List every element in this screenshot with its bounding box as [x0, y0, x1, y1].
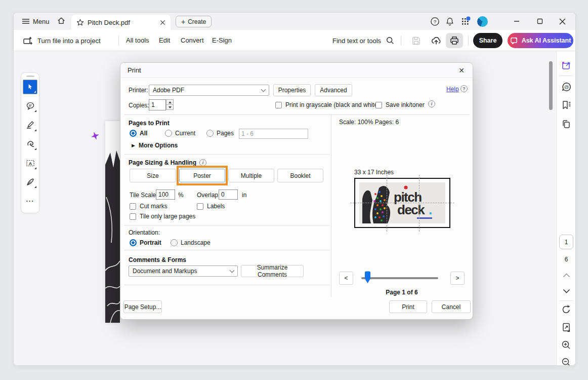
info-icon[interactable]: i [428, 100, 435, 107]
properties-button[interactable]: Properties [273, 84, 311, 96]
upload-cloud-button[interactable] [428, 33, 445, 48]
comment-tool[interactable] [23, 99, 37, 113]
save-icon [411, 36, 421, 46]
printer-select[interactable]: Adobe PDF [149, 85, 269, 96]
grayscale-checkbox-row[interactable]: Print in grayscale (black and white) [275, 101, 380, 108]
tile-scale-input[interactable] [156, 189, 175, 200]
project-icon [23, 35, 33, 46]
nav-convert[interactable]: Convert [181, 36, 204, 44]
radio-current[interactable]: Current [165, 130, 195, 137]
maximize-button[interactable] [530, 13, 550, 30]
copies-input[interactable] [149, 99, 166, 110]
document-tab[interactable]: Pitch Deck.pdf [71, 15, 171, 30]
home-button[interactable] [57, 16, 66, 25]
radio-pages[interactable]: Pages [206, 130, 234, 137]
create-button[interactable]: + Create [176, 16, 212, 27]
add-text-tool[interactable]: A [23, 156, 37, 170]
save-ink-checkbox-row[interactable]: Save ink/toner [375, 101, 425, 108]
zoom-out-button[interactable] [560, 356, 572, 366]
create-label: Create [188, 18, 206, 25]
current-page-input[interactable]: 1 [559, 235, 573, 249]
stepper-down-button[interactable] [166, 104, 174, 110]
copies-stepper[interactable] [166, 99, 174, 110]
cut-marks-checkbox-row[interactable]: Cut marks [130, 203, 167, 210]
comments-forms-select[interactable]: Document and Markups [129, 265, 238, 277]
more-options-toggle[interactable]: ▶ More Options [132, 142, 178, 149]
tile-only-checkbox-row[interactable]: Tile only large pages [130, 213, 195, 220]
cancel-button[interactable]: Cancel [432, 300, 471, 313]
project-button[interactable]: Turn file into a project [23, 33, 101, 48]
preview-prev-button[interactable]: < [339, 272, 353, 285]
ai-assistant-button[interactable]: Ask AI Assistant [508, 33, 573, 48]
help-circle-icon[interactable]: ? [460, 85, 468, 92]
radio-all-control[interactable] [130, 130, 137, 137]
multiple-mode-button[interactable]: Multiple [228, 169, 274, 182]
highlight-tool[interactable] [23, 118, 37, 132]
save-ink-label: Save ink/toner [386, 101, 425, 108]
radio-landscape-control[interactable] [171, 239, 178, 246]
comment-bubble-icon [26, 101, 35, 110]
bookmarks-panel-button[interactable] [560, 99, 572, 111]
account-avatar[interactable] [472, 13, 492, 30]
menu-label: Menu [33, 18, 50, 25]
rail-drag-handle[interactable] [26, 75, 34, 77]
project-panel-button[interactable] [560, 59, 572, 71]
size-mode-button[interactable]: Size [130, 169, 176, 182]
radio-pages-control[interactable] [206, 130, 214, 137]
dialog-close-button[interactable]: ✕ [455, 65, 468, 76]
section-divider [124, 285, 330, 285]
comments-panel-button[interactable]: @ [560, 81, 572, 93]
tile-only-checkbox[interactable] [130, 213, 136, 220]
radio-current-control[interactable] [165, 130, 172, 137]
highlighter-icon [26, 120, 35, 129]
save-button[interactable] [407, 33, 425, 48]
close-window-button[interactable] [552, 13, 572, 30]
paper-size-label: 33 x 17 Inches [354, 169, 394, 176]
grayscale-checkbox[interactable] [275, 102, 282, 108]
summarize-comments-button[interactable]: Summarize Comments [241, 265, 304, 277]
info-icon[interactable]: i [199, 159, 206, 166]
quick-tools-rail: A ··· [21, 72, 39, 213]
print-button[interactable] [446, 33, 463, 48]
page-range-input[interactable] [239, 129, 308, 139]
zoom-in-button[interactable] [560, 339, 572, 351]
sign-tool[interactable] [23, 175, 37, 189]
draw-tool[interactable] [23, 137, 37, 151]
fit-page-button[interactable] [560, 321, 572, 333]
pages-panel-button[interactable] [560, 118, 572, 130]
radio-portrait-control[interactable] [130, 239, 137, 246]
labels-checkbox-row[interactable]: Labels [197, 203, 225, 210]
previous-page-button[interactable] [560, 269, 572, 281]
nav-all-tools[interactable]: All tools [126, 36, 149, 44]
save-ink-checkbox[interactable] [375, 102, 382, 108]
titlebar: Menu Pitch Deck.pdf + Create ? [14, 13, 575, 30]
share-button[interactable]: Share [473, 33, 502, 48]
advanced-button[interactable]: Advanced [315, 84, 352, 96]
section-divider [124, 154, 330, 155]
next-page-button[interactable] [560, 285, 572, 297]
overlap-input[interactable] [219, 189, 238, 200]
radio-landscape[interactable]: Landscape [171, 239, 211, 246]
preview-slider-track[interactable] [361, 277, 438, 279]
menu-button[interactable]: Menu [22, 16, 50, 26]
help-link[interactable]: Help [446, 86, 459, 93]
nav-edit[interactable]: Edit [159, 36, 170, 44]
labels-checkbox[interactable] [197, 203, 203, 210]
radio-all[interactable]: All [130, 130, 147, 137]
select-tool[interactable] [23, 80, 37, 94]
find-tools-button[interactable]: Find text or tools [332, 33, 395, 48]
nav-esign[interactable]: E-Sign [212, 36, 232, 44]
minimize-button[interactable] [507, 13, 527, 30]
cut-marks-checkbox[interactable] [130, 203, 136, 210]
more-tools-button[interactable]: ··· [23, 194, 37, 208]
tab-close-icon[interactable] [160, 20, 165, 25]
rotate-page-button[interactable] [560, 303, 572, 316]
radio-portrait[interactable]: Portrait [130, 239, 161, 246]
help-icon: ? [430, 17, 440, 26]
print-confirm-button[interactable]: Print [389, 300, 427, 313]
booklet-mode-button[interactable]: Booklet [277, 169, 323, 182]
preview-next-button[interactable]: > [450, 272, 465, 285]
preview-slider-thumb[interactable] [364, 271, 371, 284]
page-setup-button[interactable]: Page Setup... [123, 300, 162, 313]
vertical-scrollbar[interactable] [549, 61, 553, 110]
